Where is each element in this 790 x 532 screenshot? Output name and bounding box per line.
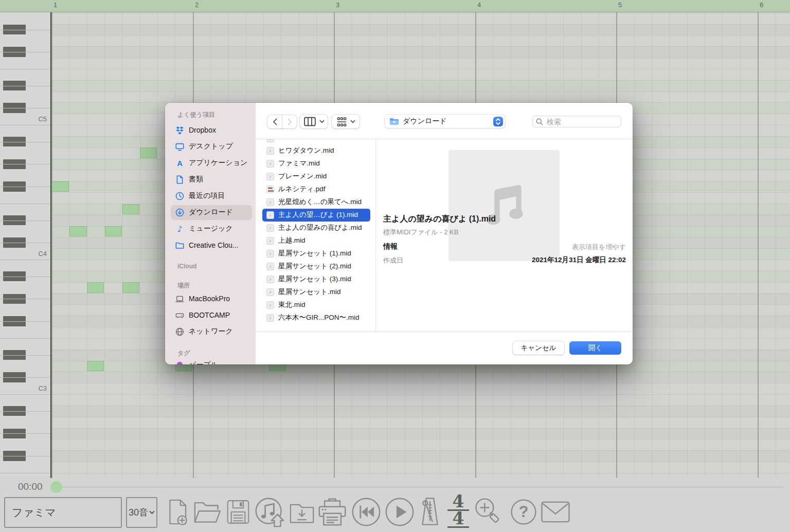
- chevron-down-icon: [350, 120, 355, 123]
- file-row[interactable]: ♪ヒワダタウン.mid: [262, 144, 370, 157]
- midi-note[interactable]: [69, 226, 86, 236]
- key-separator: [0, 142, 51, 142]
- chevron-right-icon: [286, 118, 293, 126]
- open-file-button[interactable]: [191, 495, 223, 529]
- location-dropdown[interactable]: ダウンロード: [385, 115, 505, 128]
- file-list[interactable]: ♪♪ヒワダタウン.mid♪ファミマ.mid♪ブレーメン.midルネシティ.pdf…: [256, 139, 375, 332]
- file-row[interactable]: ♪東北.mid: [262, 299, 370, 311]
- preview-info-label: 情報: [383, 242, 398, 251]
- key-separator: [0, 299, 51, 299]
- search-input[interactable]: [546, 117, 618, 126]
- pitch-row: [51, 372, 790, 383]
- grid-line: [51, 13, 790, 13]
- file-row[interactable]: ♪光星煌めく…の果てへ.mid: [262, 196, 370, 209]
- play-button[interactable]: [383, 495, 416, 529]
- octave-label: C4: [26, 250, 47, 258]
- sidebar-item-recents[interactable]: 最近の項目: [171, 189, 252, 204]
- import-music-button[interactable]: [253, 495, 286, 529]
- seek-knob[interactable]: [50, 481, 62, 493]
- sidebar-item-network[interactable]: ネットワーク: [171, 324, 252, 339]
- skip-to-start-button[interactable]: [350, 495, 383, 529]
- chevron-down-icon: [319, 120, 325, 123]
- network-icon: [175, 327, 184, 336]
- midi-note[interactable]: [122, 204, 139, 214]
- sidebar-item-downloads[interactable]: ダウンロード: [171, 205, 252, 220]
- documents-icon: [175, 175, 184, 184]
- file-row[interactable]: ♪星屑サンセット (1).mid: [262, 247, 370, 260]
- file-row[interactable]: ♪星屑サンセット (3).mid: [262, 273, 370, 286]
- sidebar-item-music[interactable]: ♪ ミュージック: [171, 222, 252, 236]
- midi-note[interactable]: [87, 361, 104, 371]
- file-row[interactable]: ♪ブレーメン.mid: [262, 170, 370, 183]
- sidebar-item-desktop[interactable]: デスクトップ: [171, 139, 252, 154]
- file-row[interactable]: ルネシティ.pdf: [262, 183, 370, 196]
- seek-track[interactable]: [53, 486, 784, 488]
- beat-line: [669, 12, 670, 478]
- sidebar-item-applications[interactable]: A アプリケーション: [171, 156, 252, 171]
- file-row[interactable]: ♪ファミマ.mid: [262, 157, 370, 170]
- grid-line: [51, 473, 790, 473]
- play-icon: [384, 497, 415, 527]
- sidebar-item-label: MacBookPro: [189, 295, 230, 303]
- sidebar-item-folder[interactable]: Creative Clou...: [171, 238, 252, 253]
- file-row[interactable]: ♪星屑サンセット.mid: [262, 286, 370, 299]
- key-separator: [0, 321, 51, 322]
- help-button[interactable]: ?: [509, 495, 538, 529]
- file-row[interactable]: ♪主よ人の望…びよ (1).mid: [262, 209, 370, 222]
- print-button[interactable]: [315, 495, 351, 529]
- folder-icon: [389, 117, 399, 125]
- forward-button[interactable]: [282, 115, 297, 129]
- midi-note[interactable]: [87, 282, 104, 292]
- file-name: 星屑サンセット (2).mid: [278, 262, 351, 271]
- piano-keyboard[interactable]: C5C4C3: [0, 12, 51, 478]
- preview-filetype: 標準MIDIファイル - 2 KB: [383, 228, 458, 237]
- sidebar-item-label: ダウンロード: [189, 208, 233, 217]
- columns-view-icon: [303, 117, 316, 126]
- save-file-button[interactable]: [224, 495, 252, 529]
- measure-number: 3: [336, 1, 339, 9]
- file-thumbnail: [448, 150, 560, 261]
- file-row-partial[interactable]: ♪: [262, 139, 370, 145]
- file-row[interactable]: ♪上越.mid: [262, 234, 370, 247]
- beat-line: [775, 12, 776, 478]
- file-row[interactable]: ♪星屑サンセット (2).mid: [262, 260, 370, 273]
- sidebar-item-tag-purple[interactable]: パープル: [171, 357, 252, 364]
- sidebar-item-drive[interactable]: BOOTCAMP: [171, 308, 252, 323]
- midi-note[interactable]: [140, 148, 157, 158]
- file-row[interactable]: ♪六本木〜GIR...PON〜.mid: [262, 311, 370, 324]
- voice-count-select[interactable]: 30音: [126, 497, 157, 528]
- cancel-button[interactable]: キャンセル: [513, 341, 564, 355]
- measure-ruler[interactable]: 123456: [0, 0, 790, 12]
- download-midi-button[interactable]: [288, 495, 316, 529]
- new-file-button[interactable]: [164, 495, 190, 529]
- mail-button[interactable]: [539, 495, 572, 529]
- grid-line: [51, 417, 790, 417]
- midi-note[interactable]: [52, 181, 69, 192]
- time-display: 00:00: [18, 481, 43, 492]
- back-button[interactable]: [267, 115, 282, 129]
- sidebar-item-dropbox[interactable]: Dropbox: [171, 123, 252, 138]
- open-button[interactable]: 開く: [569, 341, 621, 355]
- file-row[interactable]: ♪主よ人の望みの喜びよ.mid: [262, 222, 370, 234]
- group-by-button[interactable]: [332, 115, 360, 129]
- midi-note[interactable]: [122, 282, 139, 292]
- midi-note[interactable]: [105, 226, 122, 236]
- view-mode-button[interactable]: [300, 115, 328, 129]
- import-music-icon: [254, 496, 285, 528]
- chevron-down-icon: [149, 510, 155, 515]
- tag-purple-icon: [175, 360, 184, 364]
- grid-line: [51, 406, 790, 406]
- sidebar-item-laptop[interactable]: MacBookPro: [171, 291, 252, 306]
- search-field[interactable]: [532, 116, 621, 127]
- zoom-in-button[interactable]: [470, 495, 505, 529]
- up-down-chevrons-icon: [495, 118, 501, 125]
- file-name: ファミマ.mid: [278, 159, 320, 168]
- time-signature-button[interactable]: 44: [447, 494, 470, 528]
- location-stepper[interactable]: [493, 117, 503, 126]
- metronome-button[interactable]: [418, 495, 442, 529]
- transport-bar: 00:00 30音 44?: [0, 478, 790, 532]
- song-title-input[interactable]: [4, 497, 122, 528]
- show-more-link[interactable]: 表示項目を増やす: [572, 243, 626, 252]
- divider: [256, 332, 633, 332]
- sidebar-item-documents[interactable]: 書類: [171, 172, 252, 187]
